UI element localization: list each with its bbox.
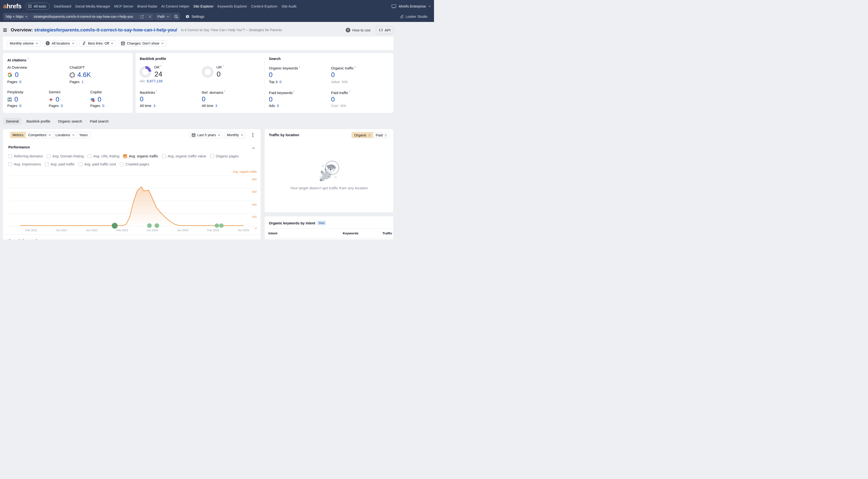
svg-text:800: 800 xyxy=(252,178,257,181)
svg-text:Oct 2021: Oct 2021 xyxy=(56,229,67,232)
svg-text:200: 200 xyxy=(252,215,257,218)
svg-text:Oct 2023: Oct 2023 xyxy=(147,229,158,232)
svg-text:?: ? xyxy=(347,29,349,32)
svg-text:Oct 2025: Oct 2025 xyxy=(238,229,249,232)
svg-text:400: 400 xyxy=(252,203,257,206)
svg-text:Jun 2024: Jun 2024 xyxy=(177,229,189,232)
svg-text:Feb 2023: Feb 2023 xyxy=(116,229,128,232)
svg-text:600: 600 xyxy=(252,190,257,193)
svg-text:Feb 2025: Feb 2025 xyxy=(207,229,219,232)
svg-text:Feb 2021: Feb 2021 xyxy=(25,229,37,232)
svg-text:Jun 2022: Jun 2022 xyxy=(86,229,97,232)
svg-text:0: 0 xyxy=(255,227,257,230)
